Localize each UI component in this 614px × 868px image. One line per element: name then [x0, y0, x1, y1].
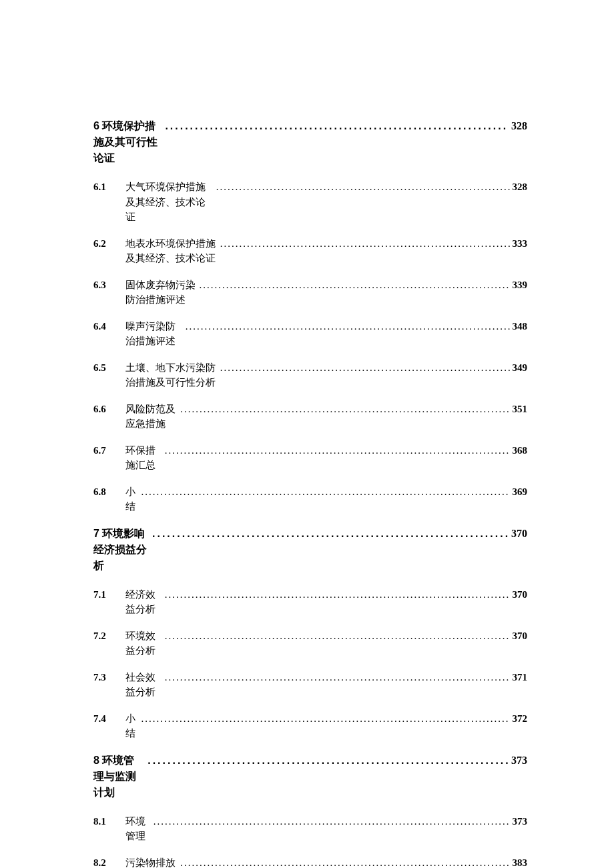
toc-page-number: 370	[513, 628, 528, 644]
toc-entry: 6.7环保措施汇总 368	[93, 443, 527, 473]
toc-leader-dots	[141, 484, 509, 500]
toc-chapter-label: 8 环境管理与监测计划	[93, 753, 145, 801]
toc-leader-dots	[165, 587, 510, 602]
toc-page-number: 368	[513, 443, 528, 458]
toc-entry: 6.6风险防范及应急措施 351	[93, 402, 527, 432]
toc-entry-title: 小结	[125, 484, 138, 514]
toc-leader-dots	[165, 118, 509, 134]
toc-entry: 6 环境保护措施及其可行性论证 328	[93, 118, 527, 166]
toc-entry: 6.5土壤、地下水污染防治措施及可行性分析 349	[93, 360, 527, 390]
toc-entry: 6.4噪声污染防治措施评述 348	[93, 319, 527, 349]
toc-entry-title: 经济效益分析	[125, 587, 162, 617]
toc-leader-dots	[147, 753, 509, 769]
toc-chapter-label: 6 环境保护措施及其可行性论证	[93, 118, 162, 166]
toc-entry-number: 7.4	[93, 711, 125, 727]
toc-leader-dots	[186, 319, 510, 334]
toc-leader-dots	[165, 443, 510, 458]
toc-entry: 6.3固体废弃物污染防治措施评述 339	[93, 278, 527, 308]
toc-entry-number: 6.6	[93, 402, 125, 417]
toc-entry-number: 8.1	[93, 814, 125, 829]
toc-leader-dots	[141, 711, 509, 727]
toc-entry-number: 7.1	[93, 587, 125, 602]
toc-entry-title: 环保措施汇总	[125, 443, 162, 473]
toc-leader-dots	[216, 179, 510, 195]
toc-page-number: 333	[513, 236, 528, 252]
toc-entry: 6.8小结 369	[93, 484, 527, 514]
toc-leader-dots	[154, 814, 510, 829]
toc-entry-number: 6.1	[93, 179, 125, 195]
toc-entry-number: 6.5	[93, 360, 125, 376]
toc-entry-number: 6.7	[93, 443, 125, 458]
toc-entry: 8.1环境管理 373	[93, 814, 527, 844]
toc-page-number: 373	[511, 753, 527, 769]
toc-page-number: 373	[513, 814, 528, 829]
toc-entry: 7.3社会效益分析 371	[93, 670, 527, 700]
toc-entry-title: 土壤、地下水污染防治措施及可行性分析	[125, 360, 218, 390]
toc-entry-number: 6.4	[93, 319, 125, 334]
toc-leader-dots	[165, 670, 510, 685]
toc-page-number: 371	[513, 670, 528, 685]
toc-entry: 6.1大气环境保护措施及其经济、技术论证 328	[93, 179, 527, 225]
toc-entry-title: 小结	[125, 711, 138, 741]
toc-leader-dots	[165, 628, 510, 644]
toc-entry-number: 8.2	[93, 855, 125, 869]
toc-entry: 7.4小结 372	[93, 711, 527, 741]
toc-page-number: 328	[511, 118, 527, 134]
toc-page-number: 369	[513, 484, 528, 500]
toc-entry-title: 污染物排放总量控制	[125, 855, 178, 869]
toc-entry: 6.2地表水环境保护措施及其经济、技术论证 333	[93, 236, 527, 266]
toc-entry: 7 环境影响经济损益分析 370	[93, 526, 527, 574]
toc-page-number: 370	[513, 587, 528, 602]
toc-page-number: 383	[513, 855, 528, 869]
toc-entry: 8.2污染物排放总量控制 383	[93, 855, 527, 869]
toc-chapter-label: 7 环境影响经济损益分析	[93, 526, 149, 574]
toc-page-number: 370	[511, 526, 527, 542]
toc-entry: 8 环境管理与监测计划 373	[93, 753, 527, 801]
toc-entry-title: 噪声污染防治措施评述	[125, 319, 183, 349]
toc-entry-title: 固体废弃物污染防治措施评述	[125, 278, 197, 308]
toc-entry-title: 大气环境保护措施及其经济、技术论证	[125, 179, 214, 225]
toc-entry-title: 风险防范及应急措施	[125, 402, 178, 432]
toc-page: 6 环境保护措施及其可行性论证 3286.1大气环境保护措施及其经济、技术论证 …	[0, 0, 614, 868]
toc-entry: 7.1经济效益分析 370	[93, 587, 527, 617]
toc-leader-dots	[200, 278, 510, 293]
toc-leader-dots	[220, 360, 510, 376]
toc-entry-number: 6.8	[93, 484, 125, 500]
toc-entry-number: 7.2	[93, 628, 125, 644]
toc-page-number: 348	[513, 319, 528, 334]
toc-chapter-number: 7	[93, 528, 99, 539]
toc-leader-dots	[220, 236, 510, 252]
toc-page-number: 328	[513, 179, 528, 195]
toc-entry-title: 环境效益分析	[125, 628, 162, 659]
toc-entry-title: 社会效益分析	[125, 670, 162, 700]
toc-page-number: 372	[513, 711, 528, 727]
toc-entry-title: 地表水环境保护措施及其经济、技术论证	[125, 236, 218, 266]
toc-leader-dots	[152, 526, 509, 542]
toc-page-number: 349	[513, 360, 528, 376]
toc-entry-number: 6.3	[93, 278, 125, 293]
toc-leader-dots	[180, 855, 509, 869]
toc-chapter-title: 环境影响经济损益分析	[93, 528, 147, 571]
toc-chapter-title: 环境管理与监测计划	[93, 755, 136, 798]
toc-page-number: 339	[513, 278, 528, 293]
toc-entry-title: 环境管理	[125, 814, 151, 844]
toc-entry-number: 6.2	[93, 236, 125, 252]
toc-chapter-title: 环境保护措施及其可行性论证	[93, 120, 158, 163]
toc-entry-number: 7.3	[93, 670, 125, 685]
toc-chapter-number: 6	[93, 120, 99, 131]
toc-entry: 7.2环境效益分析 370	[93, 628, 527, 659]
toc-leader-dots	[180, 402, 509, 417]
toc-list: 6 环境保护措施及其可行性论证 3286.1大气环境保护措施及其经济、技术论证 …	[93, 118, 527, 868]
toc-page-number: 351	[513, 402, 528, 417]
toc-chapter-number: 8	[93, 755, 99, 766]
